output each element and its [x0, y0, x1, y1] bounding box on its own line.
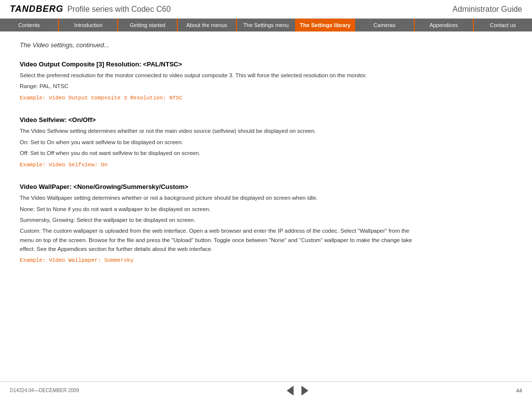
- page-footer: D14324.04—DECEMBER 2009 44: [0, 381, 532, 399]
- section-title-video-output-composite: Video Output Composite [3] Resolution: <…: [20, 61, 424, 68]
- section-paragraph: None: Set to None if you do not want a w…: [20, 205, 424, 214]
- section-title-video-selfview: Video Selfview: <On/Off>: [20, 116, 424, 123]
- main-content: The Video settings, continued... Video O…: [0, 31, 443, 289]
- nav-bar: ContentsIntroductionGetting startedAbout…: [0, 19, 532, 31]
- section-video-wallpaper: Video WallPaper: <None/Growing/Summersky…: [20, 183, 424, 265]
- nav-item-contents[interactable]: Contents: [0, 19, 59, 31]
- section-paragraph: On: Set to On when you want selfview to …: [20, 138, 424, 147]
- header-title: Profile series with Codec C60: [67, 5, 171, 14]
- section-example-video-selfview: Example: Video Selfview: On: [20, 161, 424, 170]
- section-video-selfview: Video Selfview: <On/Off>The Video Selfvi…: [20, 116, 424, 169]
- page-number: 44: [516, 388, 522, 394]
- section-paragraph: The Video Selfview setting determines wh…: [20, 126, 424, 135]
- footer-copyright: D14324.04—DECEMBER 2009: [10, 388, 79, 393]
- section-paragraph: Summersky, Growing: Select the wallpaper…: [20, 215, 424, 224]
- next-page-button[interactable]: [301, 386, 308, 396]
- section-paragraph: Select the preferred resolution for the …: [20, 71, 424, 80]
- nav-item-about-the-menus[interactable]: About the menus: [178, 19, 237, 31]
- guide-title: Administrator Guide: [453, 5, 522, 14]
- section-body-video-selfview: The Video Selfview setting determines wh…: [20, 126, 424, 169]
- page-subtitle: The Video settings, continued...: [20, 41, 424, 49]
- section-body-video-output-composite: Select the preferred resolution for the …: [20, 71, 424, 102]
- section-body-video-wallpaper: The Video Wallpaper setting determines w…: [20, 193, 424, 265]
- section-title-video-wallpaper: Video WallPaper: <None/Growing/Summersky…: [20, 183, 424, 190]
- prev-page-button[interactable]: [287, 386, 294, 396]
- nav-item-contact-us[interactable]: Contact us: [474, 19, 532, 31]
- section-paragraph: Off: Set to Off when you do not want sel…: [20, 149, 424, 157]
- section-example-video-output-composite: Example: Video Output Composite 3 Resolu…: [20, 94, 424, 103]
- section-paragraph: Range: PAL, NTSC: [20, 82, 424, 91]
- section-video-output-composite: Video Output Composite [3] Resolution: <…: [20, 61, 424, 102]
- nav-item-the-settings-library[interactable]: The Settings library: [296, 19, 355, 31]
- nav-item-cameras[interactable]: Cameras: [355, 19, 414, 31]
- brand-logo: TANDBERG: [10, 4, 64, 14]
- footer-navigation: [287, 386, 308, 396]
- nav-item-getting-started[interactable]: Getting started: [118, 19, 177, 31]
- section-example-video-wallpaper: Example: Video Wallpaper: Summersky: [20, 256, 424, 265]
- nav-item-the-settings-menu[interactable]: The Settings menu: [237, 19, 296, 31]
- header-left: TANDBERG Profile series with Codec C60: [10, 4, 171, 14]
- page-header: TANDBERG Profile series with Codec C60 A…: [0, 0, 532, 19]
- nav-item-appendices[interactable]: Appendices: [415, 19, 474, 31]
- nav-item-introduction[interactable]: Introduction: [59, 19, 118, 31]
- section-paragraph: Custom: The custom wallpaper is uploaded…: [20, 226, 424, 253]
- section-paragraph: The Video Wallpaper setting determines w…: [20, 193, 424, 202]
